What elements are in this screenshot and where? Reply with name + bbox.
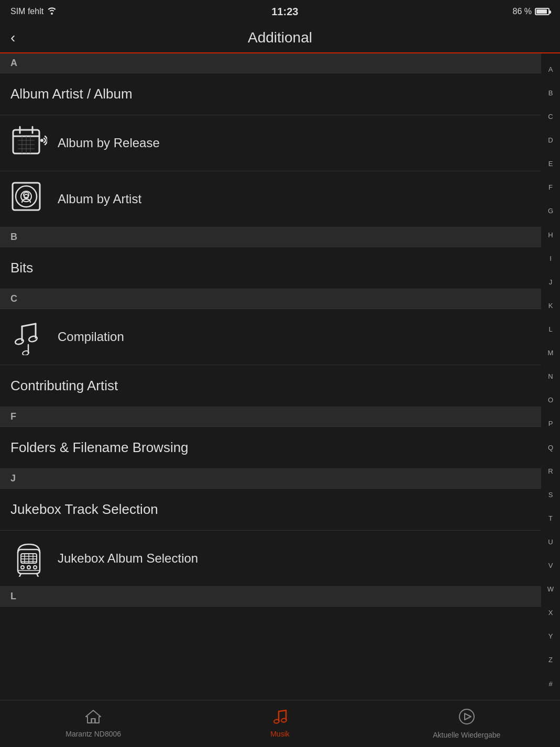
status-bar: SIM fehlt 11:23 86 % [0,0,560,23]
alpha-o[interactable]: O [548,396,553,404]
alpha-n[interactable]: N [548,372,553,381]
item-label-jukebox-track: Jukebox Track Selection [10,501,158,518]
battery-percentage: 86 % [513,7,532,16]
section-header-f: F [0,407,541,427]
section-header-c: C [0,289,541,309]
back-button[interactable]: ‹ [10,29,15,46]
status-left: SIM fehlt [10,6,57,17]
list-item-folders[interactable]: Folders & Filename Browsing [0,427,541,469]
alpha-b[interactable]: B [548,89,553,97]
alpha-y[interactable]: Y [548,632,553,641]
list-item-album-by-release[interactable]: Album by Release [0,115,541,171]
alpha-f[interactable]: F [548,183,553,192]
svg-rect-11 [13,183,40,210]
list-item-contributing-artist[interactable]: Contributing Artist [0,365,541,407]
status-time: 11:23 [271,6,298,18]
svg-point-12 [16,186,37,207]
alpha-e[interactable]: E [548,160,553,168]
list-item-album-by-artist[interactable]: Album by Artist [0,171,541,227]
alpha-p[interactable]: P [548,420,553,428]
music-tab-icon [271,709,288,728]
svg-marker-44 [465,713,471,720]
jukebox-icon [10,540,47,577]
section-header-a: A [0,53,541,73]
wifi-icon [47,6,57,17]
svg-line-36 [37,574,38,577]
svg-point-4 [40,139,43,142]
svg-point-43 [459,709,474,724]
list-item-jukebox-album[interactable]: Jukebox Album Selection [0,531,541,587]
alpha-k[interactable]: K [548,302,553,310]
alpha-c[interactable]: C [548,113,553,121]
svg-line-17 [22,324,36,326]
list-item-compilation[interactable]: Compilation [0,309,541,365]
item-label-bits: Bits [10,260,33,276]
list-item-jukebox-track[interactable]: Jukebox Track Selection [0,489,541,531]
tab-bar: Marantz ND8006 Musik Aktuelle Wiedergabe [0,700,560,747]
svg-line-39 [279,710,286,711]
alpha-q[interactable]: Q [548,444,553,452]
alpha-a[interactable]: A [548,65,553,74]
alpha-x[interactable]: X [548,609,553,617]
play-circle-icon [458,708,475,729]
section-header-b: B [0,227,541,247]
alpha-z[interactable]: Z [548,656,553,664]
carrier-text: SIM fehlt [10,7,43,16]
tab-marantz[interactable]: Marantz ND8006 [0,709,186,738]
list-item-album-artist-album[interactable]: Album Artist / Album [0,73,541,115]
alpha-r[interactable]: R [548,467,553,476]
home-icon [85,709,102,728]
alpha-t[interactable]: T [548,514,553,523]
alpha-u[interactable]: U [548,538,553,546]
alpha-h[interactable]: H [548,231,553,239]
alpha-hash[interactable]: # [548,680,552,688]
item-label-folders: Folders & Filename Browsing [10,440,189,456]
alpha-s[interactable]: S [548,491,553,499]
tab-current[interactable]: Aktuelle Wiedergabe [374,708,560,739]
svg-point-33 [34,566,37,569]
alpha-d[interactable]: D [548,136,553,145]
tab-musik-label: Musik [270,730,290,738]
page-title: Additional [248,29,312,46]
item-label-album-by-artist: Album by Artist [58,192,141,206]
alphabet-index: A B C D E F G H I J K L M N O P Q R S T … [541,53,560,700]
alpha-m[interactable]: M [548,349,554,357]
svg-point-20 [28,335,38,343]
svg-line-35 [19,574,21,577]
header: ‹ Additional [0,23,560,52]
turntable-icon [10,181,47,217]
item-label-album-by-release: Album by Release [58,136,160,150]
alpha-i[interactable]: I [550,255,552,263]
calendar-player-icon [10,125,47,161]
svg-point-19 [15,338,24,345]
svg-point-32 [27,566,30,569]
alpha-j[interactable]: J [549,278,553,287]
tab-musik[interactable]: Musik [186,709,373,738]
alpha-v[interactable]: V [548,562,553,570]
alpha-l[interactable]: L [548,325,552,334]
list-area: A Album Artist / Album [0,53,541,700]
alpha-w[interactable]: W [547,585,554,594]
section-header-j: J [0,469,541,489]
status-right: 86 % [513,7,550,16]
list-item-bits[interactable]: Bits [0,247,541,289]
item-label-compilation: Compilation [58,329,124,344]
svg-point-31 [21,566,24,569]
tab-marantz-label: Marantz ND8006 [65,730,121,738]
alpha-g[interactable]: G [548,207,553,215]
music-notes-icon [10,318,47,355]
battery-icon [535,8,550,15]
item-label-album-artist-album: Album Artist / Album [10,86,133,102]
section-header-l: L [0,587,541,607]
main-content: A Album Artist / Album [0,53,560,700]
tab-current-label: Aktuelle Wiedergabe [433,731,500,739]
item-label-contributing-artist: Contributing Artist [10,378,118,394]
item-label-jukebox-album: Jukebox Album Selection [58,551,198,566]
